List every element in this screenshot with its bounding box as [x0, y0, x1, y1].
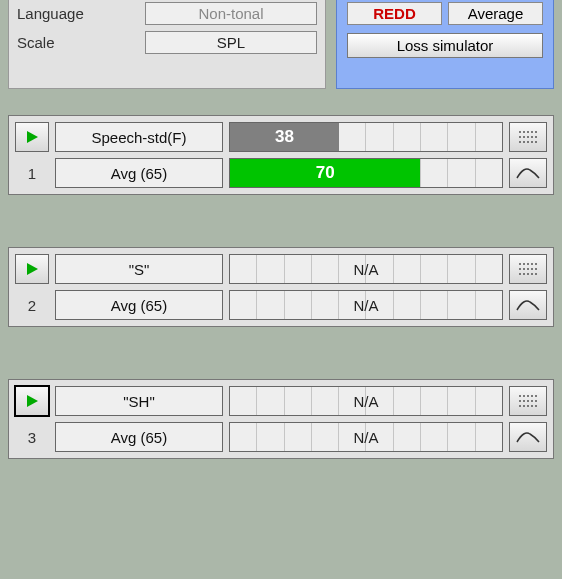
- svg-point-11: [519, 141, 521, 143]
- svg-point-25: [531, 268, 533, 270]
- meter-na-label: N/A: [230, 255, 502, 283]
- svg-point-4: [531, 131, 533, 133]
- svg-point-3: [527, 131, 529, 133]
- svg-point-41: [531, 400, 533, 402]
- curve-icon[interactable]: [509, 422, 547, 452]
- scale-label: Scale: [17, 34, 137, 51]
- svg-point-26: [535, 268, 537, 270]
- svg-point-9: [531, 136, 533, 138]
- meter-bottom: 70: [229, 158, 503, 188]
- svg-marker-16: [27, 263, 38, 275]
- meter-bottom: N/A: [229, 290, 503, 320]
- svg-point-23: [523, 268, 525, 270]
- avg-name[interactable]: Avg (65): [55, 422, 223, 452]
- svg-point-5: [535, 131, 537, 133]
- svg-point-36: [531, 395, 533, 397]
- svg-point-6: [519, 136, 521, 138]
- svg-point-47: [535, 405, 537, 407]
- svg-point-22: [519, 268, 521, 270]
- meter-top: N/A: [229, 254, 503, 284]
- meter-top: N/A: [229, 386, 503, 416]
- row-number: 3: [15, 422, 49, 452]
- svg-point-33: [519, 395, 521, 397]
- svg-point-20: [531, 263, 533, 265]
- stimulus-name[interactable]: "S": [55, 254, 223, 284]
- play-button[interactable]: [15, 386, 49, 416]
- test-block: "SH"N/A3Avg (65)N/A: [8, 379, 554, 459]
- svg-point-30: [531, 273, 533, 275]
- svg-point-40: [527, 400, 529, 402]
- svg-point-10: [535, 136, 537, 138]
- svg-point-42: [535, 400, 537, 402]
- svg-point-18: [523, 263, 525, 265]
- dots-icon[interactable]: [509, 386, 547, 416]
- dots-icon[interactable]: [509, 122, 547, 152]
- svg-point-7: [523, 136, 525, 138]
- mode-average[interactable]: Average: [448, 2, 543, 25]
- meter-na-label: N/A: [230, 291, 502, 319]
- scale-value[interactable]: SPL: [145, 31, 317, 54]
- play-button[interactable]: [15, 254, 49, 284]
- svg-point-34: [523, 395, 525, 397]
- meter-bar: 38: [230, 123, 339, 151]
- stimulus-name[interactable]: Speech-std(F): [55, 122, 223, 152]
- svg-point-39: [523, 400, 525, 402]
- svg-point-17: [519, 263, 521, 265]
- test-block: "S"N/A2Avg (65)N/A: [8, 247, 554, 327]
- svg-point-14: [531, 141, 533, 143]
- svg-point-44: [523, 405, 525, 407]
- mode-panel: REDD Average Loss simulator: [336, 0, 554, 89]
- svg-point-12: [523, 141, 525, 143]
- row-number: 1: [15, 158, 49, 188]
- svg-point-19: [527, 263, 529, 265]
- meter-bottom: N/A: [229, 422, 503, 452]
- language-label: Language: [17, 5, 137, 22]
- svg-point-35: [527, 395, 529, 397]
- svg-point-38: [519, 400, 521, 402]
- svg-point-1: [519, 131, 521, 133]
- meter-na-label: N/A: [230, 387, 502, 415]
- svg-marker-0: [27, 131, 38, 143]
- svg-point-28: [523, 273, 525, 275]
- meter-top: 38: [229, 122, 503, 152]
- meter-na-label: N/A: [230, 423, 502, 451]
- svg-point-45: [527, 405, 529, 407]
- svg-point-13: [527, 141, 529, 143]
- mode-redd[interactable]: REDD: [347, 2, 442, 25]
- dots-icon[interactable]: [509, 254, 547, 284]
- svg-point-31: [535, 273, 537, 275]
- row-number: 2: [15, 290, 49, 320]
- svg-point-27: [519, 273, 521, 275]
- avg-name[interactable]: Avg (65): [55, 158, 223, 188]
- avg-name[interactable]: Avg (65): [55, 290, 223, 320]
- svg-point-37: [535, 395, 537, 397]
- meter-bar: 70: [230, 159, 420, 187]
- svg-point-46: [531, 405, 533, 407]
- svg-point-21: [535, 263, 537, 265]
- language-value[interactable]: Non-tonal: [145, 2, 317, 25]
- svg-point-24: [527, 268, 529, 270]
- settings-panel: Language Non-tonal Scale SPL: [8, 0, 326, 89]
- svg-point-15: [535, 141, 537, 143]
- svg-point-8: [527, 136, 529, 138]
- svg-point-2: [523, 131, 525, 133]
- svg-point-29: [527, 273, 529, 275]
- stimulus-name[interactable]: "SH": [55, 386, 223, 416]
- svg-marker-32: [27, 395, 38, 407]
- svg-point-43: [519, 405, 521, 407]
- loss-simulator-button[interactable]: Loss simulator: [347, 33, 543, 58]
- test-block: Speech-std(F)381Avg (65)70: [8, 115, 554, 195]
- curve-icon[interactable]: [509, 290, 547, 320]
- curve-icon[interactable]: [509, 158, 547, 188]
- play-button[interactable]: [15, 122, 49, 152]
